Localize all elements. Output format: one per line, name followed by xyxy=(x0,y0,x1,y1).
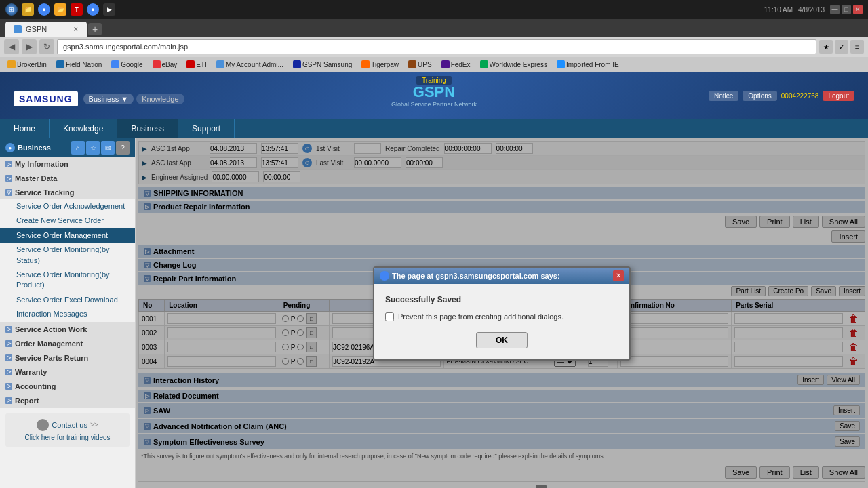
back-btn[interactable]: ◀ xyxy=(4,39,19,54)
bookmark-ups[interactable]: UPS xyxy=(405,60,435,69)
tasty-icon[interactable]: T xyxy=(71,3,83,16)
sidebar-myinfo-label: My Information xyxy=(15,160,68,168)
sidebar-icon2[interactable]: ☆ xyxy=(86,141,100,155)
bookmark-worldwide-label: Worldwide Express xyxy=(490,61,547,68)
ie-icon xyxy=(557,60,565,68)
knowledge-pill[interactable]: Knowledge xyxy=(136,94,184,104)
dialog-body: Successfully Saved Prevent this page fro… xyxy=(374,284,629,359)
dialog-prevent-checkbox[interactable] xyxy=(385,312,394,321)
sidebar-serviceaction-header[interactable]: ▷ Service Action Work xyxy=(0,323,135,336)
folder-icon[interactable]: 📁 xyxy=(22,3,34,16)
bookmark-ie[interactable]: Imported From IE xyxy=(553,60,623,69)
page-wrapper: Training SAMSUNG Business ▼ Knowledge GS… xyxy=(0,72,868,488)
dialog-checkbox-label: Prevent this page from creating addition… xyxy=(398,312,564,321)
sidebar-masterdata-header[interactable]: ▷ Master Data xyxy=(0,171,135,185)
dialog-buttons: OK xyxy=(385,332,618,348)
dialog-ok-btn[interactable]: OK xyxy=(476,332,528,348)
sidebar-ordermgmt-header[interactable]: ▷ Order Management xyxy=(0,337,135,350)
bookmark-fieldnation-label: Field Nation xyxy=(66,61,102,68)
sidebar-serviceaction-label: Service Action Work xyxy=(15,325,87,333)
sidebar-myinfo-header[interactable]: ▷ My Information xyxy=(0,157,135,171)
folder2-icon[interactable]: 📂 xyxy=(54,3,66,16)
bookmark-tigerpaw[interactable]: Tigerpaw xyxy=(358,60,402,69)
notice-btn[interactable]: Notice xyxy=(709,91,738,101)
sidebar-accounting-header[interactable]: ▷ Accounting xyxy=(0,380,135,393)
maximize-btn[interactable]: □ xyxy=(842,5,851,14)
training-videos-link[interactable]: Click here for training videos xyxy=(11,434,124,441)
toolbar-icons: ★ ✓ ≡ xyxy=(819,40,864,54)
minimize-btn[interactable]: — xyxy=(830,5,840,14)
sidebar-section-ordermgmt: ▷ Order Management xyxy=(0,337,135,351)
sidebar-item-create-order[interactable]: Create New Service Order xyxy=(0,214,135,228)
bus-circle-icon: ● xyxy=(5,143,15,152)
sidebar-item-order-mgmt[interactable]: Service Order Management xyxy=(0,228,135,243)
sidebar-section-masterdata: ▷ Master Data xyxy=(0,171,135,186)
bookmark-gspn[interactable]: GSPN Samsung xyxy=(290,60,355,69)
sidebar-item-monitoring-status[interactable]: Service Order Monitoring(by Status) xyxy=(0,243,135,268)
nav-knowledge[interactable]: Knowledge xyxy=(50,119,117,138)
sidebar-item-monitoring-product[interactable]: Service Order Monitoring(by Product) xyxy=(0,268,135,293)
sidebar-tracking-header[interactable]: ▽ Service Tracking xyxy=(0,186,135,199)
sidebar-masterdata-label: Master Data xyxy=(15,174,57,182)
bookmark-ebay[interactable]: eBay xyxy=(149,60,181,69)
chrome-taskbar-icon[interactable]: ● xyxy=(38,3,50,16)
options-btn[interactable]: Options xyxy=(743,91,776,101)
tab-close-btn[interactable]: ✕ xyxy=(73,26,79,33)
contact-us-link[interactable]: Contact us xyxy=(52,421,87,429)
sidebar-icon4[interactable]: ? xyxy=(116,141,130,155)
sidebar-section-serviceaction: ▷ Service Action Work xyxy=(0,323,135,337)
dialog-title: The page at gspn3.samsungcsportal.com sa… xyxy=(380,271,560,281)
dialog-box: The page at gspn3.samsungcsportal.com sa… xyxy=(373,266,631,361)
bookmark-brokerbtn[interactable]: BrokerBin xyxy=(4,60,50,69)
forward-btn[interactable]: ▶ xyxy=(22,39,37,54)
samsung-logo: SAMSUNG xyxy=(14,92,78,106)
collapse-report-icon: ▷ xyxy=(5,397,12,404)
browser-tabbar: GSPN ✕ + xyxy=(0,19,868,37)
bookmark-myadmin[interactable]: My Account Admi... xyxy=(213,60,287,69)
bookmark-broker-label: BrokerBin xyxy=(17,61,47,68)
dialog-title-text: The page at gspn3.samsungcsportal.com sa… xyxy=(392,272,560,280)
bookmark-fieldnation[interactable]: Field Nation xyxy=(53,60,105,69)
address-bar[interactable]: gspn3.samsungcsportal.com/main.jsp xyxy=(57,39,816,54)
refresh-btn[interactable]: ↻ xyxy=(39,39,54,54)
gspn-icon xyxy=(293,60,301,68)
bookmark-eti[interactable]: ETI xyxy=(183,60,210,69)
menu-icon[interactable]: ≡ xyxy=(850,40,864,54)
sidebar-report-header[interactable]: ▷ Report xyxy=(0,394,135,407)
logout-btn[interactable]: Logout xyxy=(823,91,854,101)
content-wrapper: ● Business ⌂ ☆ ✉ ? ▷ My Information ▷ xyxy=(0,138,868,488)
close-btn[interactable]: ✕ xyxy=(853,5,863,14)
main-content: ▶ ASC 1st App ⏱ 1st Visit Repair Complet… xyxy=(136,138,868,488)
business-pill[interactable]: Business ▼ xyxy=(83,94,134,104)
sidebar-item-acknowledgement[interactable]: Service Order Acknowledgement xyxy=(0,199,135,214)
dialog-close-btn[interactable]: ✕ xyxy=(613,270,624,281)
wrench-icon[interactable]: ✓ xyxy=(835,40,848,54)
chrome2-taskbar-icon[interactable]: ● xyxy=(87,3,99,16)
titlebar-right: 11:10 AM 4/8/2013 — □ ✕ xyxy=(764,5,863,14)
bookmark-ie-label: Imported From IE xyxy=(566,61,619,68)
media-icon[interactable]: ▶ xyxy=(103,3,115,16)
bookmark-fedex[interactable]: FedEx xyxy=(438,60,474,69)
sidebar-item-excel[interactable]: Service Order Excel Download xyxy=(0,293,135,307)
bookmark-fedex-label: FedEx xyxy=(451,61,471,68)
browser-titlebar: ⊞ 📁 ● 📂 T ● ▶ 11:10 AM 4/8/2013 — □ ✕ xyxy=(0,0,868,19)
gspn-subtitle: Global Service Partner Network xyxy=(391,101,477,108)
browser-chrome: ⊞ 📁 ● 📂 T ● ▶ 11:10 AM 4/8/2013 — □ ✕ GS… xyxy=(0,0,868,72)
bookmark-worldwide[interactable]: Worldwide Express xyxy=(477,60,551,69)
sidebar-warranty-header[interactable]: ▷ Warranty xyxy=(0,365,135,379)
sidebar-icon1[interactable]: ⌂ xyxy=(71,141,85,155)
bookmark-google[interactable]: Google xyxy=(108,60,146,69)
header-nav-pills: Business ▼ Knowledge xyxy=(83,94,184,104)
sidebar-item-interaction[interactable]: Interaction Messages xyxy=(0,307,135,321)
sidebar-icon3[interactable]: ✉ xyxy=(101,141,115,155)
sidebar-partsreturn-header[interactable]: ▷ Service Parts Return xyxy=(0,351,135,365)
start-icon[interactable]: ⊞ xyxy=(5,3,18,16)
nav-business[interactable]: Business xyxy=(117,119,178,138)
new-tab-btn[interactable]: + xyxy=(88,23,102,35)
star-icon[interactable]: ★ xyxy=(819,40,833,54)
nav-support[interactable]: Support xyxy=(178,119,235,138)
tab-label: GSPN xyxy=(26,25,47,33)
titlebar-left: ⊞ 📁 ● 📂 T ● ▶ xyxy=(5,3,115,16)
active-tab[interactable]: GSPN ✕ xyxy=(5,22,87,37)
nav-home[interactable]: Home xyxy=(0,119,50,138)
